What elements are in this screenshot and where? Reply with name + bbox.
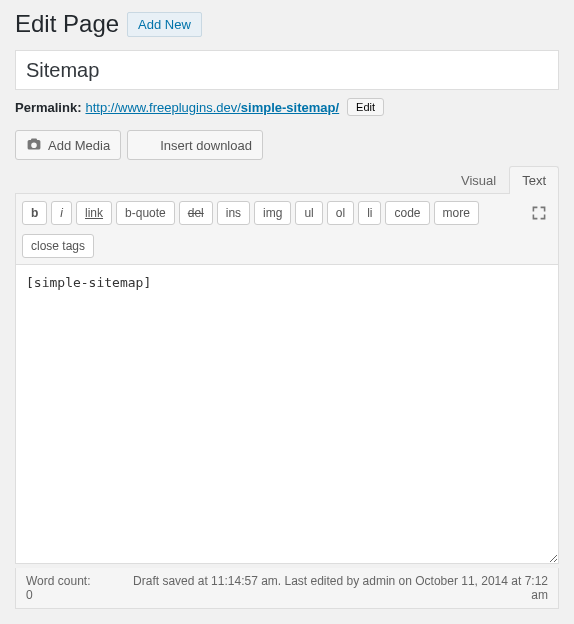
post-title-input[interactable] [15,50,559,90]
permalink-slug: simple-sitemap/ [241,100,339,115]
tab-text[interactable]: Text [509,166,559,194]
tab-visual[interactable]: Visual [448,166,509,194]
insert-download-button[interactable]: Insert download [127,130,263,160]
quicktags-toolbar: b i link b-quote del ins img ul ol li co… [15,193,559,264]
permalink-label: Permalink: [15,100,81,115]
add-media-label: Add Media [48,138,110,153]
qt-ol-button[interactable]: ol [327,201,354,225]
permalink-base: http://www.freeplugins.dev/ [85,100,240,115]
qt-bold-button[interactable]: b [22,201,47,225]
page-title: Edit Page [15,10,119,38]
qt-link-button[interactable]: link [76,201,112,225]
permalink-link[interactable]: http://www.freeplugins.dev/simple-sitema… [85,100,339,115]
fullscreen-icon[interactable] [526,200,552,226]
qt-li-button[interactable]: li [358,201,381,225]
camera-icon [26,136,42,155]
download-icon [138,136,154,155]
insert-download-label: Insert download [160,138,252,153]
qt-code-button[interactable]: code [385,201,429,225]
qt-del-button[interactable]: del [179,201,213,225]
add-new-button[interactable]: Add New [127,12,202,37]
qt-more-button[interactable]: more [434,201,479,225]
word-count-label: Word count: [26,574,90,588]
status-bar: Word count: 0 Draft saved at 11:14:57 am… [15,568,559,609]
content-textarea[interactable] [15,264,559,564]
qt-italic-button[interactable]: i [51,201,72,225]
qt-ins-button[interactable]: ins [217,201,250,225]
edit-permalink-button[interactable]: Edit [347,98,384,116]
add-media-button[interactable]: Add Media [15,130,121,160]
word-count-value: 0 [26,588,33,602]
qt-close-tags-button[interactable]: close tags [22,234,94,258]
permalink-row: Permalink: http://www.freeplugins.dev/si… [15,98,559,116]
qt-bquote-button[interactable]: b-quote [116,201,175,225]
qt-img-button[interactable]: img [254,201,291,225]
qt-ul-button[interactable]: ul [295,201,322,225]
save-status-message: Draft saved at 11:14:57 am. Last edited … [114,574,548,602]
